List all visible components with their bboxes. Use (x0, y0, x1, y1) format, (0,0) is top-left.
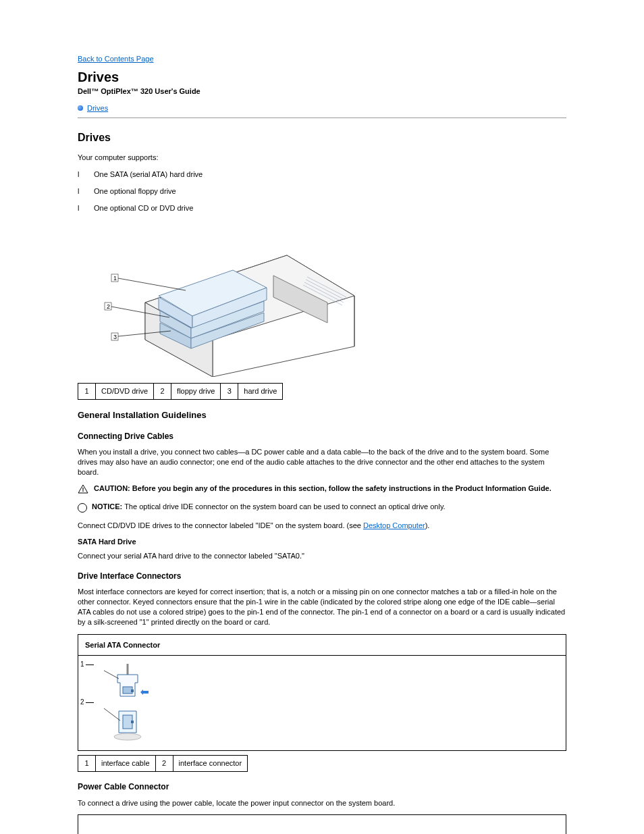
bullet-icon (78, 105, 83, 111)
list-text: One SATA (serial ATA) hard drive (94, 170, 203, 180)
figure-caption: Serial ATA Connector (78, 635, 566, 656)
title-text: Drives (78, 68, 119, 86)
notice-icon (78, 503, 87, 513)
callout-num: 2 (154, 384, 171, 400)
product-subtitle: Dell™ OptiPlex™ 320 User's Guide (78, 86, 566, 97)
notice-text: The optical drive IDE connector on the s… (122, 502, 445, 511)
figure-sata-connector: Serial ATA Connector 1 2 (78, 634, 566, 752)
svg-text:3: 3 (113, 334, 117, 340)
notice-label: NOTICE: (92, 502, 122, 511)
list-marker: l (78, 170, 88, 180)
list-text: One optional CD or DVD drive (94, 203, 193, 213)
sata-heading: SATA Hard Drive (78, 537, 566, 547)
svg-line-35 (104, 708, 120, 721)
computer-illustration: 1 2 3 (84, 221, 368, 377)
svg-marker-29 (140, 689, 149, 695)
connecting-cables-heading: Connecting Drive Cables (78, 431, 566, 442)
desktop-computer-link[interactable]: Desktop Computer (363, 521, 425, 529)
table-row: 1 CD/DVD drive 2 floppy drive 3 hard dri… (78, 384, 283, 400)
back-to-contents-link[interactable]: Back to Contents Page (78, 54, 566, 64)
caution-label: CAUTION: Before you begin any of the pro… (94, 484, 552, 492)
callout-1: 1 (80, 660, 95, 669)
callout-label: CD/DVD drive (96, 384, 154, 400)
topic-drives-link[interactable]: Drives (87, 103, 108, 113)
caution-block: ! CAUTION: Before you begin any of the p… (78, 484, 566, 494)
svg-point-33 (114, 733, 141, 740)
svg-text:!: ! (82, 486, 84, 493)
topic-link-row: Drives (78, 103, 566, 113)
list-marker: l (78, 186, 88, 197)
svg-text:2: 2 (107, 303, 110, 310)
caution-text: CAUTION: Before you begin any of the pro… (94, 484, 552, 494)
callout-num: 1 (78, 756, 96, 772)
divider (78, 118, 566, 118)
callout-2: 2 (80, 698, 95, 707)
page-title: Drives (78, 68, 566, 86)
figure1-callout-table: 1 CD/DVD drive 2 floppy drive 3 hard dri… (78, 383, 283, 400)
figure-computer: 1 2 3 (84, 221, 566, 380)
callout-num: 1 (78, 384, 96, 400)
intro-list: lOne SATA (serial ATA) hard drive lOne o… (78, 170, 566, 213)
callout-label: interface connector (173, 756, 248, 772)
connecting-para: When you install a drive, you connect tw… (78, 447, 566, 477)
interface-para: Most interface connectors are keyed for … (78, 587, 566, 627)
svg-rect-32 (131, 721, 134, 723)
general-guidelines-heading: General Installation Guidelines (78, 409, 566, 421)
ide-post: ). (425, 521, 430, 529)
callout-label: hard drive (238, 384, 283, 400)
list-item: lOne SATA (serial ATA) hard drive (78, 170, 566, 180)
ide-pre: Connect CD/DVD IDE drives to the connect… (78, 521, 363, 529)
list-marker: l (78, 203, 88, 213)
svg-rect-31 (123, 715, 132, 729)
sata-para: Connect your serial ATA hard drive to th… (78, 551, 566, 561)
list-text: One optional floppy drive (94, 186, 176, 197)
caution-icon: ! (78, 484, 88, 494)
notice-ide: NOTICE: The optical drive IDE connector … (78, 502, 566, 512)
svg-rect-28 (131, 689, 134, 692)
list-item: lOne optional floppy drive (78, 186, 566, 197)
figure-content: 1 2 (78, 656, 566, 750)
svg-rect-27 (123, 687, 132, 694)
power-cable-para: To connect a drive using the power cable… (78, 798, 566, 808)
callout-label: interface cable (96, 756, 156, 772)
svg-text:1: 1 (113, 275, 117, 282)
svg-line-17 (118, 278, 186, 290)
callout-num: 2 (155, 756, 173, 772)
figure2-callout-table: 1 interface cable 2 interface connector (78, 755, 248, 772)
callout-label: floppy drive (171, 384, 221, 400)
figure-power-connector-top (78, 814, 566, 834)
interface-connectors-heading: Drive Interface Connectors (78, 571, 566, 581)
table-row: 1 interface cable 2 interface connector (78, 756, 248, 772)
power-cable-heading: Power Cable Connector (78, 781, 566, 792)
intro-para: Your computer supports: (78, 153, 566, 163)
list-item: lOne optional CD or DVD drive (78, 203, 566, 213)
section-drives-heading: Drives (78, 130, 566, 145)
callout-num: 3 (221, 384, 238, 400)
sata-connector-illustration (97, 662, 158, 750)
ide-connect-para: Connect CD/DVD IDE drives to the connect… (78, 521, 566, 531)
svg-line-34 (104, 671, 119, 679)
